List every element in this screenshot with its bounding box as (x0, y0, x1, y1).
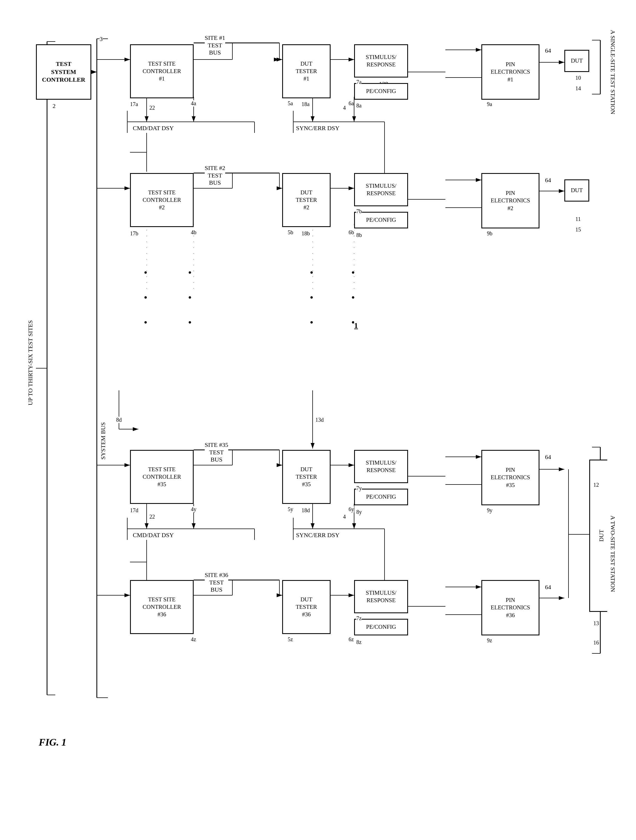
ref9y: 9y (487, 507, 493, 513)
ref14: 14 (575, 85, 581, 92)
ref11: 11 (575, 216, 581, 222)
sync-err-dsy-top: SYNC/ERR DSY (296, 125, 339, 132)
n64-35-label: 64 (545, 453, 551, 461)
tsc36-box: TEST SITE CONTROLLER #36 (130, 580, 194, 634)
dots-col3: ••• (310, 260, 313, 335)
ref5b: 5b (288, 229, 293, 235)
tsc1-box: TEST SITE CONTROLLER #1 (130, 44, 194, 98)
ref18d: 18d (302, 507, 310, 513)
site1-testbus-label: SITE #1 TEST BUS (205, 27, 225, 57)
site36-testbus-label: SITE #36 TEST BUS (205, 564, 228, 594)
ref17b: 17b (130, 231, 139, 237)
ref6a: 6a (349, 100, 354, 107)
ref8z: 8z (356, 639, 362, 645)
pe-config-36-box: PE/CONFIG (354, 619, 408, 635)
pe-config-2-box: PE/CONFIG (354, 212, 408, 228)
ref5y: 5y (288, 506, 293, 513)
cmd-dat-dsy-top: CMD/DAT DSY (133, 125, 174, 132)
ref12: 12 (593, 482, 599, 488)
ref10: 10 (575, 75, 581, 81)
ref8b: 8b (356, 232, 362, 238)
ref4b: 4b (191, 229, 197, 235)
tsc2-box: TEST SITE CONTROLLER #2 (130, 173, 194, 227)
stim-response-36-box: STIMULUS/ RESPONSE (354, 580, 408, 613)
dut-tester-1-box: DUT TESTER #1 (282, 44, 331, 98)
stim-response-35-box: STIMULUS/ RESPONSE (354, 450, 408, 483)
dut-2-box: DUT (564, 179, 589, 202)
pin-elec-35-box: PIN ELECTRONICS #35 (481, 450, 540, 505)
dut-tester-36-box: DUT TESTER #36 (282, 580, 331, 634)
ref9b: 9b (487, 231, 493, 237)
ref7a: 7a (356, 79, 362, 85)
ref8y: 8y (356, 509, 362, 515)
dut-tester-2-box: DUT TESTER #2 (282, 173, 331, 227)
ref4-top: 4 (343, 105, 346, 111)
ref6z: 6z (349, 636, 354, 643)
ref1-label: 1 (354, 321, 358, 330)
test-system-controller-box: TEST SYSTEM CONTROLLER (36, 44, 91, 99)
ref15: 15 (575, 226, 581, 233)
ref17a: 17a (130, 101, 138, 107)
n64-2-label: 64 (545, 177, 551, 184)
ref18b: 18b (302, 231, 310, 237)
ref3-label: 3 (99, 35, 102, 43)
ref16: 16 (593, 639, 599, 646)
dut-tester-35-box: DUT TESTER #35 (282, 450, 331, 504)
dots-col1: ••• (144, 260, 148, 335)
ref4z: 4z (191, 636, 196, 643)
ref5z: 5z (288, 636, 293, 643)
diagram: TEST SYSTEM CONTROLLER 2 3 SYSTEM BUS SI… (22, 17, 617, 819)
page: TEST SYSTEM CONTROLLER 2 3 SYSTEM BUS SI… (0, 0, 636, 840)
ref9z: 9z (487, 637, 492, 644)
n64-36-label: 64 (545, 584, 551, 591)
ref4a: 4a (191, 100, 196, 107)
pin-elec-1-box: PIN ELECTRONICS #1 (481, 44, 540, 99)
ref9a: 9a (487, 101, 492, 107)
two-site-station-label: A TWO-SITE TEST STATION (607, 446, 618, 662)
dut-1-box: DUT (564, 50, 589, 72)
single-site-station-label: A SINGLE-SITE TEST STATION (607, 39, 618, 105)
n64-1-label: 64 (545, 47, 551, 54)
ref13d: 13d (315, 417, 324, 423)
pin-elec-2-box: PIN ELECTRONICS #2 (481, 173, 540, 228)
stim-response-2-box: STIMULUS/ RESPONSE (354, 173, 408, 206)
ref7b: 7b (356, 208, 362, 215)
fig1-label: FIG. 1 (39, 736, 66, 748)
tsc35-box: TEST SITE CONTROLLER #35 (130, 450, 194, 504)
pe-config-1-box: PE/CONFIG (354, 83, 408, 99)
site2-testbus-label: SITE #2 TEST BUS (205, 157, 225, 186)
ref22-top: 22 (150, 105, 155, 111)
ref8d: 8d (116, 417, 122, 423)
sync-err-dsy-bot: SYNC/ERR DSY (296, 532, 339, 539)
ref6b: 6b (349, 229, 354, 235)
ref6y: 6y (349, 506, 354, 513)
ref13: 13 (593, 620, 599, 627)
ref2-label: 2 (53, 103, 56, 110)
system-bus-label: SYSTEM BUS (99, 349, 107, 459)
ref4y: 4y (191, 506, 197, 513)
ref7z: 7z (356, 615, 362, 622)
ref4-bot: 4 (343, 513, 346, 520)
dots-col2: ••• (188, 260, 192, 335)
stim-response-1-box: STIMULUS/ RESPONSE (354, 44, 408, 77)
pin-elec-36-box: PIN ELECTRONICS #36 (481, 580, 540, 635)
ref17d: 17d (130, 507, 139, 513)
ref22-bot: 22 (150, 513, 155, 520)
site35-testbus-label: SITE #35 TEST BUS (205, 434, 228, 463)
pe-config-35-box: PE/CONFIG (354, 489, 408, 505)
ref7y: 7y (356, 485, 362, 491)
up-to-36-label: UP TO THIRTY-SIX TEST SITES (25, 238, 36, 487)
ref8a: 8a (356, 103, 362, 109)
ref5a: 5a (288, 100, 293, 107)
ref18a: 18a (302, 101, 310, 107)
cmd-dat-dsy-bot: CMD/DAT DSY (133, 532, 174, 539)
